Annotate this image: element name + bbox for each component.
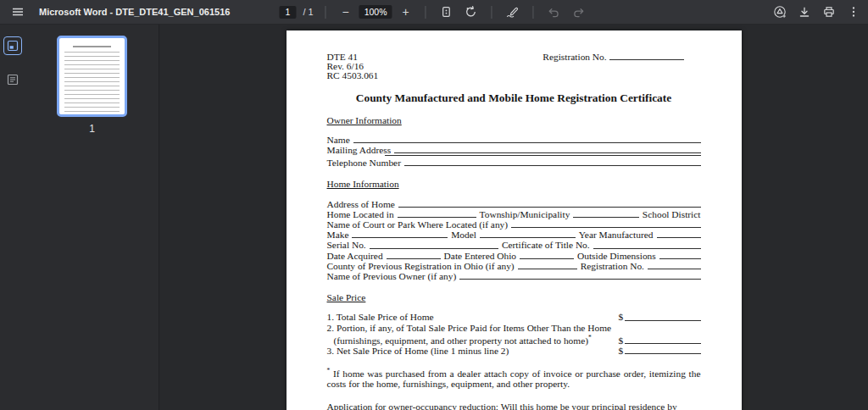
footnote-marker: *: [588, 334, 592, 341]
acrobat-extension-button[interactable]: [770, 2, 790, 22]
document-title: Microsoft Word - DTE_DTE41_GEN_061516: [39, 7, 230, 17]
toolbar-separator: [326, 6, 326, 19]
blank-line: [394, 152, 700, 153]
annotate-pen-icon: [506, 5, 520, 19]
print-button[interactable]: [819, 2, 839, 22]
print-icon: [822, 5, 836, 19]
page-number-input[interactable]: [279, 6, 296, 19]
blank-line: [353, 142, 701, 143]
toolbar-separator: [426, 6, 426, 19]
blank-line: [370, 248, 498, 249]
undo-button[interactable]: [544, 2, 565, 22]
home-section-heading: Home Information: [327, 179, 701, 189]
rotate-button[interactable]: [461, 2, 481, 22]
blank-line: [518, 269, 577, 269]
fit-to-page-button[interactable]: [437, 2, 457, 22]
form-title: County Manufactured and Mobile Home Regi…: [327, 92, 701, 104]
blank-line: [593, 248, 701, 249]
page-thumbnail[interactable]: [57, 36, 127, 117]
owner-occupancy-line: Application for owner-occupancy reductio…: [327, 402, 701, 410]
thumbnail-page-number: 1: [89, 123, 95, 135]
blank-line: [459, 279, 700, 280]
thumbnails-view-icon: [6, 39, 19, 53]
home-located-field: Home Located in Township/Municipality Sc…: [327, 209, 701, 219]
menu-button[interactable]: [8, 2, 28, 22]
owner-section-heading: Owner Information: [327, 115, 701, 125]
dates-dimensions-field: Date Acquired Date Entered Ohio Outside …: [327, 251, 701, 261]
sale-line-1: 1. Total Sale Price of Home $: [327, 312, 701, 322]
dollar-sign: $: [619, 312, 624, 322]
annotate-button[interactable]: [503, 2, 523, 22]
redo-icon: [572, 5, 586, 19]
form-meta: DTE 41 Rev. 6/16 RC 4503.061: [327, 53, 379, 81]
download-icon: [798, 5, 811, 19]
viewer-area[interactable]: DTE 41 Rev. 6/16 RC 4503.061 Registratio…: [159, 25, 868, 410]
undo-icon: [548, 5, 561, 19]
mailing-address-field: Mailing Address: [327, 145, 701, 155]
sale-line-3: 3. Net Sale Price of Home (line 1 minus …: [327, 346, 701, 356]
sale-line-2b: (furnishings, equipment, and other prope…: [327, 333, 701, 346]
blank-line: [648, 269, 701, 269]
document-outline-icon: [6, 73, 19, 86]
name-field: Name: [327, 135, 701, 145]
blank-line: [398, 217, 476, 218]
blank-line: [480, 237, 576, 238]
blank-line: [657, 237, 701, 238]
more-options-icon: [847, 5, 860, 19]
blank-line: [625, 343, 700, 344]
rotate-icon: [465, 5, 478, 19]
dollar-sign: $: [619, 346, 624, 356]
fit-to-page-icon: [440, 5, 453, 19]
previous-owner-field: Name of Previous Owner (if any): [327, 271, 701, 281]
blank-line: [609, 59, 684, 60]
sale-section-heading: Sale Price: [327, 292, 701, 302]
blank-line: [385, 155, 701, 156]
dealer-footnote: * If home was purchased from a dealer at…: [327, 366, 701, 390]
blank-line: [573, 217, 639, 218]
previous-registration-field: County of Previous Registration in Ohio …: [327, 261, 701, 271]
sidebar: 1: [0, 25, 159, 410]
document-page: DTE 41 Rev. 6/16 RC 4503.061 Registratio…: [287, 30, 742, 410]
sale-line-2a: 2. Portion, if any, of Total Sale Price …: [327, 323, 701, 333]
blank-line: [625, 320, 700, 321]
pdf-toolbar: Microsoft Word - DTE_DTE41_GEN_061516 / …: [0, 0, 868, 25]
thumbnail-panel: 1: [25, 25, 159, 410]
toolbar-separator: [492, 6, 492, 19]
blank-line: [511, 227, 700, 228]
page-count-label: / 1: [303, 7, 313, 17]
zoom-in-button[interactable]: +: [397, 3, 415, 21]
redo-button[interactable]: [569, 2, 589, 22]
blank-line: [520, 258, 574, 259]
home-address-field: Address of Home: [327, 199, 701, 209]
make-model-year-field: Make Model Year Manufactured: [327, 230, 701, 240]
serial-title-field: Serial No. Certificate of Title No.: [327, 240, 701, 250]
blank-line: [352, 237, 448, 238]
telephone-field: Telephone Number: [327, 158, 701, 168]
registration-no-field: Registration No.: [542, 53, 683, 62]
blank-line: [398, 207, 701, 208]
zoom-level[interactable]: 100%: [359, 5, 392, 19]
thumbnail-preview: [73, 46, 112, 47]
blank-line: [404, 165, 701, 166]
blank-line: [387, 258, 441, 259]
blank-line: [659, 258, 701, 259]
zoom-out-button[interactable]: −: [337, 3, 355, 21]
dollar-sign: $: [619, 335, 624, 346]
thumbnails-view-button[interactable]: [3, 36, 22, 55]
toolbar-separator: [533, 6, 534, 19]
court-park-field: Name of Court or Park Where Located (if …: [327, 219, 701, 230]
blank-line: [625, 353, 700, 354]
hamburger-menu-icon: [11, 5, 25, 19]
more-options-button[interactable]: [843, 2, 864, 22]
document-outline-button[interactable]: [3, 70, 22, 89]
download-button[interactable]: [794, 2, 815, 22]
acrobat-extension-icon: [773, 5, 787, 19]
